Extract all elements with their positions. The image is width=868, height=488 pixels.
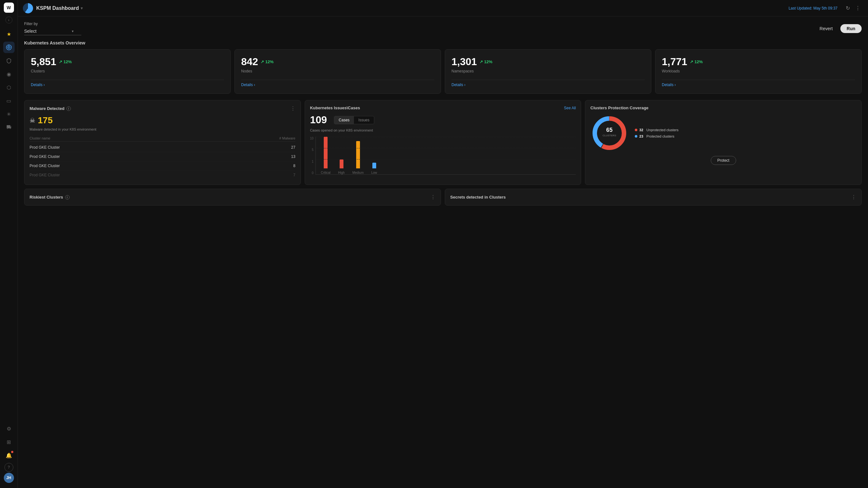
malware-info-icon[interactable]: i xyxy=(66,106,71,111)
malware-row: Prod GKE Cluster 7 xyxy=(30,171,296,180)
sidebar-icon-cart[interactable]: ⛟ xyxy=(3,122,14,133)
title-chevron-icon[interactable]: ▾ xyxy=(81,6,83,10)
secrets-title: Secrets detected in Clusters xyxy=(450,195,506,200)
sidebar-icon-radar[interactable] xyxy=(3,41,14,53)
gridline xyxy=(316,148,576,148)
bar-low: Low xyxy=(371,163,377,175)
clusters-pct: ↗ 12% xyxy=(59,59,72,64)
filter-select[interactable]: Select ▾ xyxy=(24,27,81,35)
nodes-details-link[interactable]: Details › xyxy=(241,83,434,87)
asset-card-workloads: 1,771 ↗ 12% Workloads Details › xyxy=(655,49,862,94)
clusters-value: 5,851 ↗ 12% xyxy=(31,56,224,68)
malware-table-header: Cluster name # Malware xyxy=(30,135,296,142)
namespaces-pct: ↗ 12% xyxy=(479,59,492,64)
unprotected-label: Unprotected clusters xyxy=(647,128,679,132)
chart-wrapper: 10 5 1 0 Critical xyxy=(310,136,576,175)
tab-cases[interactable]: Cases xyxy=(334,116,354,124)
legend-protected: 23 Protected clusters xyxy=(635,134,678,138)
malware-skull-icon: ☠ xyxy=(30,117,35,124)
malware-menu-icon[interactable]: ⋮ xyxy=(290,105,296,112)
bar-chart: 10 5 1 0 Critical xyxy=(310,136,576,175)
malware-title: Malware Detected i xyxy=(30,106,71,111)
secrets-panel: Secrets detected in Clusters ⋮ xyxy=(445,189,862,206)
malware-number: 175 xyxy=(38,115,53,125)
asset-card-namespaces: 1,301 ↗ 12% Namespaces Details › xyxy=(445,49,651,94)
see-all-link[interactable]: See All xyxy=(564,106,576,110)
k8s-issues-header: Kubernetes Issues\Cases See All xyxy=(310,105,576,110)
clusters-details-link[interactable]: Details › xyxy=(31,83,224,87)
refresh-button[interactable]: ↻ xyxy=(843,3,853,13)
gridline xyxy=(316,159,576,159)
filter-label: Filter by xyxy=(24,22,81,26)
sidebar-icon-puzzle[interactable]: ⬡ xyxy=(3,82,14,93)
gridline xyxy=(316,136,576,137)
sidebar-icon-bell[interactable]: 🔔 xyxy=(3,450,14,461)
sidebar-icon-shield[interactable] xyxy=(3,55,14,66)
secrets-header: Secrets detected in Clusters ⋮ xyxy=(450,194,856,200)
riskiest-info-icon[interactable]: i xyxy=(65,195,69,200)
clusters-protection-header: Clusters Protection Coverage xyxy=(590,105,856,110)
asset-card-clusters: 5,851 ↗ 12% Clusters Details › xyxy=(24,49,231,94)
bar-medium-label: Medium xyxy=(352,171,364,175)
protect-button[interactable]: Protect xyxy=(711,156,736,165)
riskiest-title: Riskiest Clusters i xyxy=(30,195,69,200)
sidebar-icon-star[interactable]: ★ xyxy=(3,28,14,40)
malware-panel: Malware Detected i ⋮ ☠ 175 Malware detec… xyxy=(24,100,301,185)
chart-bars: Critical High Medium xyxy=(315,136,576,175)
namespaces-details-link[interactable]: Details › xyxy=(452,83,645,87)
riskiest-header: Riskiest Clusters i ⋮ xyxy=(30,194,436,200)
page-title: KSPM Dashboard ▾ xyxy=(36,5,83,11)
sidebar-icon-eye[interactable]: ◉ xyxy=(3,68,14,80)
nodes-value: 842 ↗ 12% xyxy=(241,56,434,68)
bar-high: High xyxy=(338,159,345,175)
unprotected-dot xyxy=(635,129,637,131)
k8s-tab-group: Cases Issues xyxy=(334,116,374,124)
clusters-protection-panel: Clusters Protection Coverage 65 CLUSTERS xyxy=(585,100,862,185)
riskiest-menu-icon[interactable]: ⋮ xyxy=(431,194,436,200)
donut-chart: 65 CLUSTERS xyxy=(590,114,628,152)
k8s-count-tabs: 109 Cases Issues xyxy=(310,114,576,126)
k8s-count: 109 xyxy=(310,114,327,126)
bar-low-bar xyxy=(372,163,376,169)
clusters-protection-title: Clusters Protection Coverage xyxy=(590,105,648,110)
run-button[interactable]: Run xyxy=(840,24,862,33)
nodes-pct: ↗ 12% xyxy=(260,59,274,64)
bottom-row: Riskiest Clusters i ⋮ Secrets detected i… xyxy=(24,189,862,206)
tab-issues[interactable]: Issues xyxy=(354,116,374,124)
filter-chevron-icon: ▾ xyxy=(72,29,74,33)
workloads-label: Workloads xyxy=(662,69,855,73)
sidebar-toggle[interactable]: › xyxy=(5,17,12,24)
filter-bar: Filter by Select ▾ Revert Run xyxy=(24,22,862,35)
donut-container: 65 CLUSTERS 32 Unprotected clusters 23 P… xyxy=(590,114,856,152)
workloads-value: 1,771 ↗ 12% xyxy=(662,56,855,68)
user-avatar[interactable]: JH xyxy=(4,473,14,483)
sidebar-icon-grid[interactable]: ⊞ xyxy=(3,436,14,448)
sidebar-icon-asterisk[interactable]: ✳ xyxy=(3,108,14,120)
sidebar-icon-gear[interactable]: ⚙ xyxy=(3,423,14,434)
sidebar: W › ★ ◉ ⬡ ▭ ✳ ⛟ ⚙ ⊞ 🔔 ? JH xyxy=(0,0,18,488)
namespaces-label: Namespaces xyxy=(452,69,645,73)
secrets-menu-icon[interactable]: ⋮ xyxy=(851,194,856,200)
workloads-details-link[interactable]: Details › xyxy=(662,83,855,87)
k8s-issues-title: Kubernetes Issues\Cases xyxy=(310,105,360,110)
malware-row: Prod GKE Cluster 8 xyxy=(30,161,296,171)
malware-table: Cluster name # Malware Prod GKE Cluster … xyxy=(30,135,296,180)
bar-critical: Critical xyxy=(321,136,331,175)
workloads-pct: ↗ 12% xyxy=(690,59,703,64)
revert-button[interactable]: Revert xyxy=(816,24,837,33)
protected-count: 23 xyxy=(639,134,643,138)
filter-actions: Revert Run xyxy=(816,24,862,33)
namespaces-value: 1,301 ↗ 12% xyxy=(452,56,645,68)
protected-label: Protected clusters xyxy=(647,134,675,138)
more-menu-button[interactable]: ⋮ xyxy=(853,3,863,13)
bar-critical-label: Critical xyxy=(321,171,331,175)
k8s-issues-panel: Kubernetes Issues\Cases See All 109 Case… xyxy=(305,100,582,185)
asset-card-nodes: 842 ↗ 12% Nodes Details › xyxy=(235,49,441,94)
topbar: KSPM Dashboard ▾ Last Updated: May 5th 0… xyxy=(18,0,868,17)
nodes-label: Nodes xyxy=(241,69,434,73)
sidebar-icon-terminal[interactable]: ▭ xyxy=(3,95,14,106)
bar-critical-bar xyxy=(324,136,328,169)
sidebar-icon-help[interactable]: ? xyxy=(4,463,13,472)
bar-high-label: High xyxy=(338,171,345,175)
svg-point-2 xyxy=(8,47,9,48)
